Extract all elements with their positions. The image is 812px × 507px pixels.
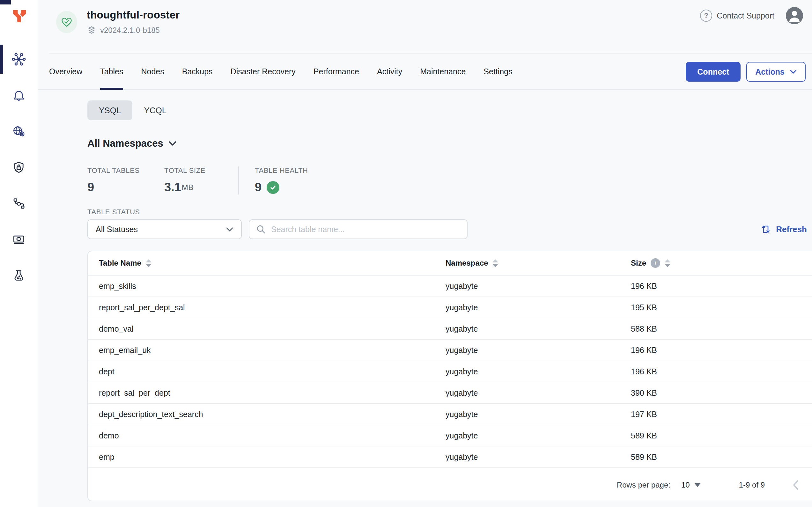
header: thoughtful-rooster v2024.2.1.0-b185 ? Co…	[38, 0, 812, 53]
cell-namespace: yugabyte	[445, 324, 631, 334]
table-row[interactable]: report_sal_per_dept yugabyte 390 KB	[88, 382, 812, 404]
filter-row: All Statuses Refresh	[88, 219, 807, 239]
chevron-down-icon	[168, 141, 177, 146]
col-table-name: Table Name	[99, 259, 141, 268]
sidebar	[0, 0, 38, 507]
namespace-selector-label: All Namespaces	[88, 138, 163, 149]
tab-overview[interactable]: Overview	[49, 54, 82, 89]
tab-backups[interactable]: Backups	[182, 54, 213, 89]
tab-performance[interactable]: Performance	[314, 54, 359, 89]
dropdown-arrow-icon	[694, 483, 701, 487]
tables-card: Table Name Namespace Size i emp_skills y…	[88, 250, 812, 501]
cell-table-name: demo_val	[99, 324, 445, 334]
cell-size: 390 KB	[631, 388, 809, 398]
cell-namespace: yugabyte	[445, 303, 631, 312]
total-size-unit: MB	[182, 183, 194, 192]
shield-lock-icon	[11, 160, 26, 175]
rows-per-page-select[interactable]: 10	[681, 481, 701, 490]
tab-tables[interactable]: Tables	[100, 54, 123, 89]
cluster-tabs-bar: Overview Tables Nodes Backups Disaster R…	[38, 54, 812, 90]
yugabyte-logo-icon[interactable]	[11, 8, 28, 25]
chevron-down-icon	[226, 227, 233, 232]
table-search	[249, 219, 468, 239]
actions-button[interactable]: Actions	[746, 62, 806, 81]
size-info-icon[interactable]: i	[651, 258, 660, 268]
total-tables-value: 9	[88, 180, 164, 194]
contact-support-link[interactable]: ? Contact Support	[700, 10, 774, 22]
cell-size: 197 KB	[631, 410, 809, 419]
bell-icon	[11, 88, 26, 103]
rows-per-page-label: Rows per page:	[617, 481, 670, 490]
sidebar-item-billing[interactable]	[0, 221, 38, 257]
sort-table-name[interactable]	[146, 259, 152, 267]
cell-table-name: report_sal_per_dept	[99, 388, 445, 398]
col-namespace: Namespace	[445, 259, 488, 268]
cell-size: 196 KB	[631, 367, 809, 376]
cell-table-name: report_sal_per_dept_sal	[99, 303, 445, 312]
cell-namespace: yugabyte	[445, 282, 631, 291]
cell-table-name: demo	[99, 431, 445, 440]
previous-page-button[interactable]	[792, 480, 799, 491]
flask-icon	[11, 268, 26, 283]
chevron-down-icon	[790, 69, 797, 74]
table-row[interactable]: demo yugabyte 589 KB	[88, 425, 812, 446]
toggle-ysql[interactable]: YSQL	[88, 101, 132, 120]
pagination: Rows per page: 10 1-9 of 9	[88, 468, 812, 501]
namespace-selector[interactable]: All Namespaces	[88, 138, 807, 149]
total-tables-label: TOTAL TABLES	[88, 166, 164, 175]
sidebar-item-automation[interactable]	[0, 185, 38, 221]
cell-size: 588 KB	[631, 324, 809, 334]
user-avatar[interactable]	[786, 7, 803, 24]
cell-table-name: dept_description_text_search	[99, 410, 445, 419]
table-row[interactable]: dept_description_text_search yugabyte 19…	[88, 404, 812, 425]
table-row[interactable]: emp_email_uk yugabyte 196 KB	[88, 340, 812, 361]
status-select[interactable]: All Statuses	[88, 219, 242, 239]
status-select-value: All Statuses	[96, 225, 138, 234]
refresh-button[interactable]: Refresh	[760, 224, 807, 235]
table-health-value: 9	[255, 180, 262, 194]
sidebar-item-labs[interactable]	[0, 257, 38, 293]
refresh-icon	[760, 224, 771, 235]
table-row[interactable]: emp_skills yugabyte 196 KB	[88, 276, 812, 297]
table-header-row: Table Name Namespace Size i	[88, 251, 812, 276]
help-icon: ?	[700, 10, 712, 22]
table-row[interactable]: emp yugabyte 589 KB	[88, 446, 812, 468]
cell-size: 589 KB	[631, 452, 809, 462]
sort-namespace[interactable]	[492, 259, 498, 267]
refresh-label: Refresh	[776, 224, 807, 234]
cell-table-name: dept	[99, 367, 445, 376]
cell-table-name: emp_email_uk	[99, 346, 445, 355]
api-type-toggle: YSQL YCQL	[88, 101, 807, 120]
cluster-name: thoughtful-rooster	[87, 9, 179, 21]
sort-size[interactable]	[665, 259, 670, 267]
cell-namespace: yugabyte	[445, 388, 631, 398]
rows-per-page-value: 10	[681, 481, 690, 490]
cell-table-name: emp_skills	[99, 282, 445, 291]
layers-icon	[87, 25, 96, 35]
toggle-ycql[interactable]: YCQL	[132, 101, 178, 120]
tab-nodes[interactable]: Nodes	[141, 54, 164, 89]
sidebar-item-clusters[interactable]	[0, 41, 38, 77]
connect-button[interactable]: Connect	[686, 62, 741, 81]
tab-maintenance[interactable]: Maintenance	[420, 54, 466, 89]
cell-size: 196 KB	[631, 282, 809, 291]
cell-namespace: yugabyte	[445, 367, 631, 376]
table-row[interactable]: demo_val yugabyte 588 KB	[88, 318, 812, 340]
money-bill-icon	[11, 232, 26, 247]
tab-disaster-recovery[interactable]: Disaster Recovery	[231, 54, 295, 89]
search-input[interactable]	[271, 225, 461, 234]
table-status-label: TABLE STATUS	[88, 208, 807, 216]
total-size-value: 3.1	[164, 180, 181, 194]
sidebar-item-security[interactable]	[0, 149, 38, 185]
table-row[interactable]: dept yugabyte 196 KB	[88, 361, 812, 382]
cluster-network-icon	[11, 52, 26, 67]
cell-size: 589 KB	[631, 431, 809, 440]
tab-activity[interactable]: Activity	[377, 54, 402, 89]
cluster-version: v2024.2.1.0-b185	[100, 26, 160, 35]
sidebar-item-alerts[interactable]	[0, 77, 38, 113]
tab-settings[interactable]: Settings	[484, 54, 512, 89]
sidebar-item-regions[interactable]	[0, 113, 38, 149]
table-row[interactable]: report_sal_per_dept_sal yugabyte 195 KB	[88, 297, 812, 318]
total-size-label: TOTAL SIZE	[164, 166, 228, 175]
cluster-health-heart-icon	[56, 11, 77, 33]
